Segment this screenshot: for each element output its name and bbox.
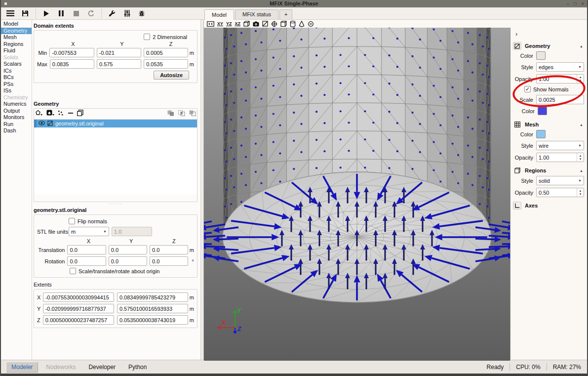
- sidebar-item-fluid[interactable]: Fluid: [1, 47, 32, 54]
- mode-modeler-button[interactable]: Modeler: [6, 362, 38, 373]
- view-xy-icon[interactable]: XY: [217, 20, 223, 27]
- rotation-y-input[interactable]: [109, 256, 147, 266]
- extents-x-min[interactable]: [43, 292, 114, 302]
- mesh-color-swatch[interactable]: [536, 130, 546, 138]
- menu-icon[interactable]: [4, 8, 17, 19]
- sidebar-item-output[interactable]: Output: [1, 108, 32, 115]
- geometry-toggle-icon[interactable]: [262, 20, 268, 27]
- mode-python-button[interactable]: Python: [123, 362, 152, 372]
- tab-add[interactable]: +: [279, 9, 292, 19]
- axes-props-header[interactable]: Axes: [510, 200, 587, 211]
- sidebar-item-mesh[interactable]: Mesh: [1, 34, 32, 41]
- show-normals-checkbox[interactable]: ✓ Show Normals: [524, 86, 569, 92]
- copy-geometry-icon[interactable]: [77, 110, 83, 117]
- pause-icon[interactable]: [55, 8, 68, 19]
- tab-mfix-status[interactable]: MFiX status: [235, 9, 278, 19]
- collapse-icon[interactable]: ▲: [580, 123, 583, 126]
- cube-icon[interactable]: [280, 20, 287, 27]
- checkbox-box[interactable]: [144, 34, 150, 40]
- minimize-button[interactable]: –: [567, 0, 570, 7]
- camera-icon[interactable]: [253, 20, 259, 27]
- sidebar-item-ics[interactable]: ICs: [1, 68, 32, 75]
- geo-opacity-spin[interactable]: 1.00▲▼: [536, 74, 584, 84]
- crosshair-icon[interactable]: [271, 20, 277, 27]
- cone-icon[interactable]: [299, 20, 305, 27]
- debug-icon[interactable]: [135, 8, 148, 19]
- regions-props-header[interactable]: Regions ▲: [510, 165, 587, 176]
- extents-y-max[interactable]: [117, 304, 188, 313]
- add-procedural-icon[interactable]: [58, 110, 65, 117]
- sidebar-item-run[interactable]: Run: [1, 121, 32, 128]
- sidebar-item-numerics[interactable]: Numerics: [1, 101, 32, 108]
- ymax-input[interactable]: [97, 59, 141, 69]
- sidebar-item-monitors[interactable]: Monitors: [1, 114, 32, 121]
- extents-y-min[interactable]: [43, 304, 114, 313]
- zmax-input[interactable]: [144, 59, 188, 69]
- collapse-icon[interactable]: ▲: [580, 44, 583, 48]
- panel-expander[interactable]: ›: [515, 30, 522, 38]
- regions-opacity-spin[interactable]: 0.50▲▼: [536, 188, 584, 197]
- spinner-arrows-icon[interactable]: ▲▼: [577, 153, 584, 162]
- checkbox-box[interactable]: [69, 218, 75, 224]
- mode-developer-button[interactable]: Developer: [83, 362, 120, 372]
- perspective-icon[interactable]: [243, 20, 250, 27]
- mesh-style-combo[interactable]: wire▼: [536, 141, 584, 150]
- reset-icon[interactable]: [84, 8, 97, 19]
- collapse-icon[interactable]: ▲: [580, 169, 583, 172]
- sidebar-item-dash[interactable]: Dash: [1, 127, 32, 134]
- sidebar-item-model[interactable]: Model: [1, 21, 32, 28]
- view-xz-icon[interactable]: XZ: [235, 20, 241, 27]
- translation-y-input[interactable]: [109, 245, 147, 254]
- extents-x-max[interactable]: [117, 292, 188, 302]
- translation-x-input[interactable]: [67, 245, 106, 254]
- autosize-button[interactable]: Autosize: [154, 71, 189, 80]
- panel-resize-handle[interactable]: ······: [34, 202, 197, 206]
- xmax-input[interactable]: [50, 59, 94, 69]
- panel-splitter[interactable]: [200, 20, 204, 360]
- spinner-arrows-icon[interactable]: ▲▼: [577, 188, 584, 197]
- viewport-3d-scene[interactable]: XYZ: [204, 28, 510, 360]
- geo-color-swatch[interactable]: [536, 51, 546, 60]
- geometry-props-header[interactable]: Geometry ▲: [510, 41, 587, 51]
- sidebar-item-iss[interactable]: ISs: [1, 87, 32, 94]
- two-dimensional-checkbox[interactable]: 2 Dimensional: [144, 34, 187, 40]
- rotation-z-input[interactable]: [150, 256, 188, 266]
- geo-style-combo[interactable]: edges▼: [536, 62, 584, 72]
- mesh-opacity-spin[interactable]: 1.00▲▼: [536, 153, 584, 162]
- sidebar-item-scalars[interactable]: Scalars: [1, 61, 32, 68]
- run-icon[interactable]: [40, 8, 53, 19]
- sidebar-item-pss[interactable]: PSs: [1, 81, 32, 88]
- stop-icon[interactable]: [70, 8, 82, 19]
- stl-units-combo[interactable]: m▼: [69, 227, 109, 236]
- close-button[interactable]: ×: [581, 0, 584, 7]
- maximize-button[interactable]: □: [574, 0, 577, 7]
- add-geometry-icon[interactable]: [35, 110, 43, 117]
- ymin-input[interactable]: [97, 48, 142, 57]
- rotation-x-input[interactable]: [67, 256, 106, 266]
- zmin-input[interactable]: [144, 48, 189, 57]
- mesh-props-header[interactable]: Mesh ▲: [510, 119, 587, 130]
- add-filter-icon[interactable]: [46, 110, 54, 117]
- tab-model[interactable]: Model: [204, 9, 234, 20]
- remove-geometry-icon[interactable]: [68, 110, 74, 117]
- cylinder-icon[interactable]: [290, 20, 296, 27]
- fit-view-icon[interactable]: [207, 20, 214, 27]
- visibility-eye-icon[interactable]: [39, 121, 45, 126]
- tree-item-geometry-stl[interactable]: geometry.stl.original: [34, 120, 197, 127]
- titlebar[interactable]: MFiX Single-Phase – □ ×: [1, 0, 587, 7]
- extents-z-min[interactable]: [43, 315, 114, 325]
- build-icon[interactable]: [106, 8, 118, 19]
- visibility-icon[interactable]: [308, 20, 314, 27]
- translation-z-input[interactable]: [150, 245, 188, 254]
- origin-transform-checkbox[interactable]: Scale/translate/rotate about origin: [70, 268, 160, 274]
- extents-z-max[interactable]: [117, 315, 188, 325]
- sidebar-item-bcs[interactable]: BCs: [1, 74, 32, 81]
- spinner-arrows-icon[interactable]: ▲▼: [577, 75, 584, 83]
- xmin-input[interactable]: [49, 48, 94, 57]
- checkbox-box[interactable]: [70, 268, 76, 274]
- save-icon[interactable]: [19, 8, 32, 19]
- sidebar-item-geometry[interactable]: Geometry: [1, 28, 32, 35]
- flip-normals-checkbox[interactable]: Flip normals: [69, 218, 107, 224]
- view-yz-icon[interactable]: YZ: [226, 20, 232, 27]
- sidebar-item-regions[interactable]: Regions: [1, 41, 32, 48]
